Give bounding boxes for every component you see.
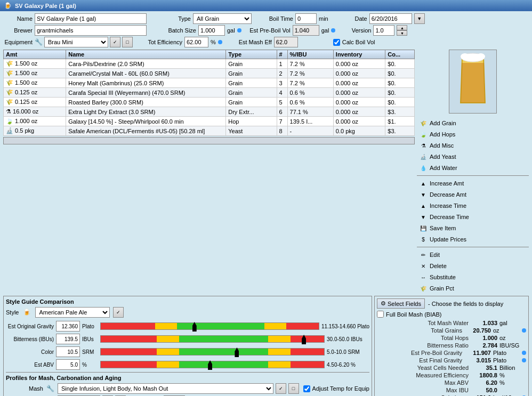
cell-inventory: 0.000 oz	[333, 107, 385, 117]
stats-panel: ⚙ Select Fields - Choose the fields to d…	[374, 296, 529, 396]
add-hops-btn[interactable]: 🍃 Add Hops	[417, 129, 529, 140]
increase-amt-icon: ▲	[419, 179, 428, 188]
col-name: Name	[66, 50, 226, 59]
bitterness-bar-green	[179, 336, 269, 342]
bitterness-range: 30.0-50.0 IBUs	[327, 336, 369, 342]
substitute-btn[interactable]: ↔ Substitute	[417, 272, 529, 282]
cell-name: Roasted Barley (300.0 SRM)	[66, 98, 226, 107]
stat-label: Max IBU	[377, 387, 469, 393]
cell-amt: ⚗ 16.000 oz	[4, 107, 66, 117]
table-row[interactable]: 🌾 0.125 oz Roasted Barley (300.0 SRM) Gr…	[4, 98, 415, 107]
add-yeast-btn[interactable]: 🔬 Add Yeast	[417, 151, 529, 162]
col-type: Type	[226, 50, 277, 59]
est-pre-boil-input	[293, 25, 319, 36]
name-input[interactable]	[35, 13, 147, 24]
stat-dot	[522, 358, 526, 362]
stat-value: 50.0	[471, 387, 497, 393]
update-prices-btn[interactable]: $ Update Prices	[417, 234, 529, 245]
increase-time-btn[interactable]: ▲ Increase Time	[417, 200, 529, 211]
increase-amt-btn[interactable]: ▲ Increase Amt	[417, 178, 529, 189]
stat-value: 3.015	[464, 357, 491, 363]
equipment-select[interactable]: Brau Mini	[44, 37, 108, 47]
table-row[interactable]: 🔬 0.5 pkg Safale American (DCL/Fermentis…	[4, 126, 415, 136]
select-fields-btn[interactable]: ⚙ Select Fields	[377, 298, 425, 309]
equipment-check-btn[interactable]: ✓	[110, 37, 120, 47]
cell-num: 5	[277, 98, 287, 107]
row-icon: 🌾	[6, 89, 13, 95]
stat-label: Tot Mash Water	[377, 320, 469, 326]
cell-cost: $3.	[385, 126, 415, 136]
date-input[interactable]	[369, 13, 412, 24]
calc-boil-vol-checkbox[interactable]	[333, 39, 340, 46]
stat-label: Max ABV	[377, 379, 469, 386]
mash-edit-btn[interactable]: □	[288, 383, 299, 394]
row-icon: 🍃	[6, 118, 13, 124]
version-down-btn[interactable]: ▼	[397, 30, 407, 36]
table-row[interactable]: 🍃 1.000 oz Galaxy [14.50 %] - Steep/Whir…	[4, 117, 415, 126]
abv-bar-green	[179, 361, 269, 368]
version-up-btn[interactable]: ▲	[397, 25, 407, 30]
table-row[interactable]: 🌾 1.500 oz Honey Malt (Gambrinus) (25.0 …	[4, 78, 415, 88]
brewer-input[interactable]	[35, 25, 147, 36]
equipment-edit-btn[interactable]: □	[122, 37, 133, 47]
cell-inventory: 0.000 oz	[333, 98, 385, 107]
grain-pct-btn[interactable]: 🌾 Grain Pct	[417, 283, 529, 294]
mash-select[interactable]: Single Infusion, Light Body, No Mash Out	[58, 383, 273, 394]
stat-label: Bitterness Ratio	[377, 342, 469, 349]
add-grain-btn[interactable]: 🌾 Add Grain	[417, 118, 529, 128]
col-num: #	[277, 50, 287, 59]
add-water-btn[interactable]: 💧 Add Water	[417, 163, 529, 173]
update-prices-icon: $	[419, 235, 428, 244]
horizontal-scrollbar[interactable]	[3, 137, 415, 144]
og-unit: Plato	[82, 324, 98, 329]
tot-efficiency-input[interactable]	[184, 37, 208, 47]
og-label: Est Original Gravity	[6, 324, 54, 329]
full-boil-mash-checkbox[interactable]	[377, 311, 384, 318]
delete-btn[interactable]: ✕ Delete	[417, 261, 529, 271]
table-row[interactable]: 🌾 1.500 oz Caramel/Crystal Malt - 60L (6…	[4, 69, 415, 78]
est-pre-boil-label: Est Pre-Boil Vol	[248, 27, 291, 34]
adjust-temp-label: Adjust Temp for Equip	[312, 385, 369, 392]
cell-cost: $3.	[385, 107, 415, 117]
save-item-btn[interactable]: 💾 Save Item	[417, 223, 529, 233]
type-select[interactable]: All Grain Extract Partial Mash BIAB	[193, 13, 252, 24]
cell-pct: 77.1 %	[287, 107, 333, 117]
abv-value	[56, 359, 80, 370]
cell-inventory: 0.000 oz	[333, 78, 385, 88]
left-panel: Amt Name Type # %/IBU Inventory Co... 🌾 …	[3, 50, 415, 294]
gauge-row-abv: Est ABV % 4.50-6.20 %	[6, 359, 369, 370]
style-guide-title: Style Guide Comparison	[6, 298, 369, 305]
mash-check-btn[interactable]: ✓	[276, 383, 286, 394]
edit-btn[interactable]: ✏ Edit	[417, 249, 529, 260]
cell-pct: -	[287, 126, 333, 136]
equipment-icon: 🔧	[35, 38, 43, 46]
stat-value: 20.750	[464, 327, 491, 334]
tot-efficiency-unit: %	[211, 39, 216, 45]
stat-unit: %	[499, 379, 526, 386]
boil-time-label: Boil Time	[261, 15, 293, 22]
cell-type: Grain	[226, 78, 277, 88]
table-row[interactable]: 🌾 1.500 oz Cara-Pils/Dextrine (2.0 SRM) …	[4, 59, 415, 69]
cell-type: Yeast	[226, 126, 277, 136]
cell-name: Galaxy [14.50 %] - Steep/Whirlpool 60.0 …	[66, 117, 226, 126]
decrease-amt-btn[interactable]: ▼ Decrease Amt	[417, 189, 529, 200]
version-input[interactable]	[373, 25, 394, 36]
og-bar-red2	[286, 323, 319, 329]
date-picker-btn[interactable]: ▼	[414, 13, 425, 24]
decrease-amt-icon: ▼	[419, 190, 428, 199]
table-row[interactable]: 🌾 0.125 oz Carafa Special III (Weyermann…	[4, 88, 415, 98]
header-row-2: Brewer Batch Size gal Est Pre-Boil Vol g…	[3, 25, 529, 36]
stat-value: 35.1	[471, 365, 497, 371]
adjust-temp-checkbox[interactable]	[303, 385, 310, 392]
cell-pct: 7.2 %	[287, 69, 333, 78]
divider-1	[417, 175, 529, 176]
add-misc-btn[interactable]: ⚗ Add Misc	[417, 140, 529, 151]
boil-time-input[interactable]	[295, 13, 317, 24]
og-gauge-bar	[100, 322, 319, 330]
batch-size-input[interactable]	[198, 25, 225, 36]
cell-num: 8	[277, 126, 287, 136]
style-check-btn[interactable]: ✓	[113, 307, 124, 318]
table-row[interactable]: ⚗ 16.000 oz Extra Light Dry Extract (3.0…	[4, 107, 415, 117]
decrease-time-btn[interactable]: ▼ Decrease Time	[417, 212, 529, 222]
style-select[interactable]: American Pale Ale	[35, 307, 110, 318]
